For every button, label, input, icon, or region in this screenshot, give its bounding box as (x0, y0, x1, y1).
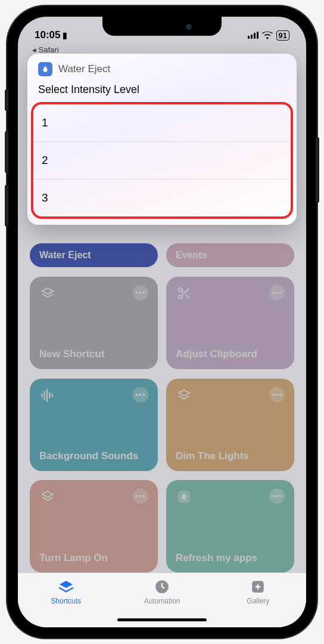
home-indicator[interactable] (117, 618, 207, 621)
shortcut-prompt-modal: Water Eject Select Intensity Level 1 2 3 (27, 54, 297, 225)
status-time: 10:05 (35, 29, 60, 41)
shortcuts-tab-icon (57, 579, 75, 595)
tab-gallery[interactable]: Gallery (210, 579, 306, 627)
modal-title: Water Eject (58, 63, 110, 75)
volume-up-button (5, 131, 8, 173)
sim-icon: ▮ (63, 30, 67, 40)
modal-subtitle: Select Intensity Level (27, 80, 297, 102)
breadcrumb[interactable]: ◂ Safari (32, 45, 59, 54)
automation-tab-icon (153, 579, 171, 595)
intensity-option-3[interactable]: 3 (33, 179, 291, 216)
phone-frame: 10:05 ▮ 91 ◂ Safari Water Eject Even (7, 6, 317, 638)
battery-indicator: 91 (276, 30, 289, 41)
tab-label: Automation (144, 597, 180, 605)
intensity-option-2[interactable]: 2 (33, 141, 291, 179)
tab-label: Shortcuts (51, 597, 81, 605)
cellular-signal-icon (248, 32, 258, 39)
mute-switch (5, 89, 8, 111)
gallery-tab-icon (249, 579, 267, 595)
power-button (316, 137, 319, 203)
volume-down-button (5, 185, 8, 227)
intensity-option-1[interactable]: 1 (33, 104, 291, 141)
water-drop-icon (38, 62, 52, 76)
intensity-options-highlight: 1 2 3 (31, 102, 293, 219)
tab-shortcuts[interactable]: Shortcuts (18, 579, 114, 627)
wifi-icon (262, 31, 273, 39)
screen: 10:05 ▮ 91 ◂ Safari Water Eject Even (18, 17, 306, 627)
notch (102, 17, 222, 36)
tab-label: Gallery (247, 597, 269, 605)
